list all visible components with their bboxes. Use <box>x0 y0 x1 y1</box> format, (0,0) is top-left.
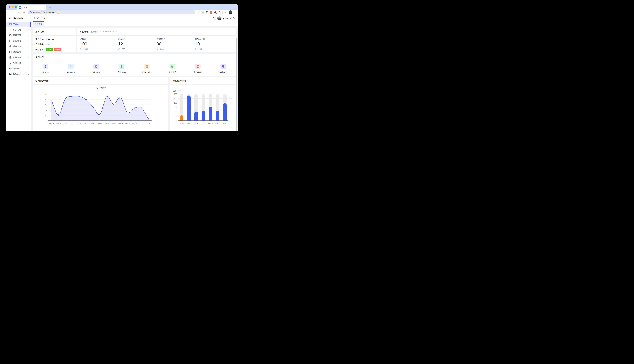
address-bar[interactable]: ⓘ localhost:5173/admin/workbench <box>28 10 195 14</box>
home-button[interactable]: ⌂ <box>22 11 26 14</box>
downloads-icon[interactable] <box>224 11 227 14</box>
sidebar-item-monitor[interactable]: 工作台 <box>6 22 30 27</box>
function-dict[interactable]: 字典管理 <box>109 64 134 74</box>
stat-total: 总：3000 <box>157 48 195 50</box>
extensions-puzzle-icon[interactable] <box>218 11 221 14</box>
reload-button[interactable]: ⟳ <box>18 11 21 14</box>
version-card-title: 版本信息 <box>36 30 44 33</box>
app-logo[interactable]: likeadmin <box>6 15 30 22</box>
gear-icon <box>9 67 12 70</box>
stat-value: 12 <box>118 42 157 46</box>
minimize-window-button[interactable] <box>12 6 14 8</box>
site-info-icon[interactable]: ⓘ <box>30 11 32 14</box>
user-menu-chevron-icon[interactable] <box>230 17 232 19</box>
sidebar-menu: 工作台用户管理应用管理财务管理装修管理渠道设置组织管理权限管理系统设置模板示例 <box>6 22 30 77</box>
tabs-dropdown-chevron-icon[interactable] <box>236 23 236 26</box>
forward-button[interactable]: → <box>13 11 16 14</box>
browser-window: LA 工作台 × + ← → ⟳ ⌂ ⓘ localhost:5173/admi… <box>6 4 238 132</box>
channel-button-Gitee[interactable]: Gitee <box>54 48 62 51</box>
tab-search-chevron-icon[interactable] <box>236 6 236 8</box>
update-time: 更新时间：2024-08-28 18:36:33 <box>90 30 117 33</box>
svg-text:08/23: 08/23 <box>187 122 191 124</box>
browser-tab[interactable]: LA 工作台 × <box>18 5 46 10</box>
svg-text:60: 60 <box>175 111 177 112</box>
active-tab-dot <box>35 24 36 24</box>
version-info-card: 版本信息 平台名称 likeadmin 当前版本 1.9.1 获取渠道 官网Gi… <box>33 28 76 52</box>
svg-text:08/22: 08/22 <box>180 122 184 124</box>
sidebar: likeadmin 工作台用户管理应用管理财务管理装修管理渠道设置组织管理权限管… <box>6 15 31 132</box>
stat-total: 总：1000 <box>80 48 118 50</box>
function-menuauth[interactable]: 菜单权限 <box>185 64 210 74</box>
sidebar-item-label: 应用管理 <box>13 34 26 37</box>
svg-text:08/26: 08/26 <box>132 122 137 124</box>
svg-text:08/27: 08/27 <box>216 122 220 124</box>
function-role[interactable]: 角色管理 <box>58 64 84 74</box>
react-devtools-icon[interactable] <box>202 11 204 14</box>
sidebar-item-label: 装修管理 <box>13 45 26 48</box>
stat-label: 新增访问量 <box>195 38 233 40</box>
org-icon <box>9 56 12 59</box>
sidebar-item-gear[interactable]: 系统设置 <box>6 66 30 72</box>
sidebar-item-org[interactable]: 组织管理 <box>6 55 30 60</box>
extension-with-badge-icon[interactable]: 5 <box>214 11 216 14</box>
version-row-label: 平台名称 <box>36 38 46 41</box>
new-tab-button[interactable]: + <box>48 6 52 9</box>
function-material[interactable]: 素材中心 <box>160 64 185 74</box>
sidebar-item-finance[interactable]: 财务管理 <box>6 38 30 44</box>
url-text: localhost:5173/admin/workbench <box>33 12 59 13</box>
function-site[interactable]: 网站信息 <box>210 64 236 74</box>
dept-icon <box>94 64 99 69</box>
mail-icon <box>9 51 12 53</box>
template-icon <box>9 73 12 76</box>
function-dept[interactable]: 部门管理 <box>84 64 109 74</box>
tab-close-icon[interactable]: × <box>43 6 45 8</box>
collapse-sidebar-icon[interactable] <box>33 17 35 20</box>
function-code[interactable]: 代码生成器 <box>134 64 160 74</box>
settings-gear-icon[interactable] <box>233 17 236 20</box>
app-logo-text: likeadmin <box>13 17 23 20</box>
finance-icon <box>9 40 12 42</box>
sidebar-item-appcard[interactable]: 应用管理 <box>6 32 30 38</box>
page-tabs: 工作台 <box>31 21 238 26</box>
sidebar-item-template[interactable]: 模板示例 <box>6 72 30 77</box>
svg-text:08/22: 08/22 <box>105 122 109 124</box>
admin-app: likeadmin 工作台用户管理应用管理财务管理装修管理渠道设置组织管理权限管… <box>6 15 238 132</box>
tab-favicon: LA <box>19 6 21 8</box>
back-button[interactable]: ← <box>8 11 12 14</box>
sq-extension-icon[interactable]: SQ <box>210 11 212 14</box>
fullscreen-icon[interactable] <box>213 17 216 20</box>
window-controls <box>9 6 17 8</box>
monitor-icon <box>9 23 12 26</box>
sales-bar-chart: 0306090120150180单位（万）08/2208/2308/2408/2… <box>170 77 236 132</box>
tab-title: 工作台 <box>22 6 42 8</box>
close-window-button[interactable] <box>9 6 10 8</box>
bookmark-star-icon[interactable]: ☆ <box>198 11 200 14</box>
page-tab-workbench[interactable]: 工作台 <box>33 21 44 26</box>
sidebar-item-mail[interactable]: 渠道设置 <box>6 49 30 55</box>
chevron-down-icon <box>28 34 29 36</box>
svg-text:20: 20 <box>45 114 47 116</box>
browser-tabstrip: LA 工作台 × + <box>6 4 238 10</box>
stat-total: 总：100 <box>195 48 233 50</box>
functions-card-title: 常用功能 <box>36 56 44 59</box>
toolbar-extensions: ☆ SQ 5 ⋮ <box>197 10 236 14</box>
sidebar-item-label: 权限管理 <box>13 62 26 64</box>
function-admin[interactable]: 管理员 <box>33 64 58 74</box>
chevron-down-icon <box>28 68 29 69</box>
svg-text:08/24: 08/24 <box>118 122 123 124</box>
function-label: 代码生成器 <box>142 71 152 74</box>
browser-profile-avatar[interactable] <box>228 10 232 14</box>
sidebar-item-lock[interactable]: 权限管理 <box>6 60 30 66</box>
zoom-window-button[interactable] <box>15 6 17 8</box>
channel-button-官网[interactable]: 官网 <box>46 48 52 52</box>
sidebar-item-decorate[interactable]: 装修管理 <box>6 44 30 49</box>
sidebar-item-label: 系统设置 <box>13 67 26 70</box>
browser-menu-icon[interactable]: ⋮ <box>234 11 236 14</box>
content-scrollbar[interactable] <box>236 38 238 132</box>
sidebar-item-user[interactable]: 用户管理 <box>6 27 30 33</box>
svg-text:90: 90 <box>175 106 177 108</box>
vue-devtools-icon[interactable] <box>206 11 208 14</box>
refresh-page-icon[interactable]: ⟳ <box>37 17 39 20</box>
user-avatar[interactable] <box>217 16 221 20</box>
stat-value: 10 <box>195 42 233 46</box>
